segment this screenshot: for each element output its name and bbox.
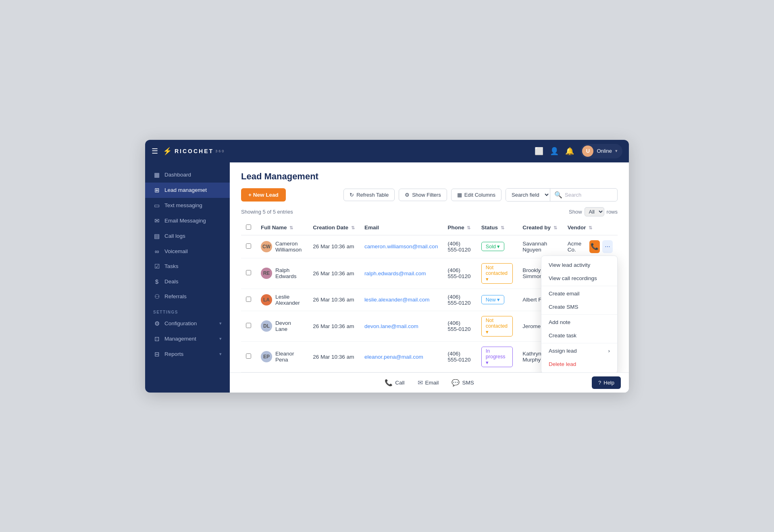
sidebar-item-voicemail[interactable]: ∞ Voicemail: [145, 244, 230, 259]
email[interactable]: devon.lane@mail.com: [360, 311, 443, 341]
email-icon: ✉: [418, 379, 423, 387]
search-field-select[interactable]: Search field: [506, 189, 550, 201]
app-body: ▦ Dashboard ⊞ Lead managemet ▭ Text mess…: [145, 162, 629, 393]
sidebar-item-referrals[interactable]: ⚇ Referrals: [145, 289, 230, 304]
row-checkbox[interactable]: [246, 270, 251, 275]
bell-icon[interactable]: 🔔: [565, 147, 574, 156]
sidebar-item-label: Lead managemet: [164, 187, 207, 193]
showing-right: Show All rows: [569, 207, 618, 216]
sidebar-item-email-messaging[interactable]: ✉ Email Messaging: [145, 213, 230, 229]
full-name-cell: LA Leslie Alexander: [261, 294, 303, 306]
table-area: Showing 5 of 5 entries Show All rows: [230, 207, 629, 372]
status-badge[interactable]: In progress ▾: [481, 347, 513, 367]
creation-date: 26 Mar 10:36 am: [308, 289, 360, 311]
edit-columns-button[interactable]: ▦ Edit Columns: [451, 189, 501, 201]
context-menu-item-assign-lead[interactable]: Assign lead›: [541, 344, 617, 357]
sort-icon[interactable]: ⇅: [589, 225, 592, 230]
context-menu-item-add-note[interactable]: Add note: [541, 316, 617, 329]
context-menu-item-create-email[interactable]: Create email: [541, 287, 617, 300]
sidebar-item-tasks[interactable]: ☑ Tasks: [145, 259, 230, 274]
search-input[interactable]: [565, 189, 613, 201]
users-icon[interactable]: 👤: [550, 147, 559, 156]
email[interactable]: ralph.edwards@mail.com: [360, 258, 443, 289]
chevron-right-icon: ›: [608, 348, 610, 354]
user-badge[interactable]: U Online ▾: [580, 144, 622, 158]
hamburger-icon[interactable]: ☰: [152, 147, 158, 156]
edit-columns-label: Edit Columns: [464, 192, 495, 198]
call-icon: 📞: [385, 379, 393, 387]
email[interactable]: leslie.alexander@mail.com: [360, 289, 443, 311]
context-menu-item-view-lead-activity[interactable]: View lead activity: [541, 258, 617, 272]
context-menu-item-view-call-recordings[interactable]: View call recordings: [541, 272, 617, 285]
email-label: Email: [425, 380, 439, 386]
sort-icon[interactable]: ⇅: [467, 225, 470, 230]
phone: (406) 555-0120: [443, 341, 476, 372]
row-checkbox[interactable]: [246, 243, 251, 249]
page-title: Lead Management: [241, 171, 618, 182]
sidebar-item-reports[interactable]: ⊟ Reports ▾: [145, 347, 230, 362]
sort-icon[interactable]: ⇅: [501, 225, 504, 230]
show-filters-button[interactable]: ⚙ Show Filters: [399, 189, 447, 201]
context-menu-item-create-task[interactable]: Create task: [541, 329, 617, 342]
sidebar-item-deals[interactable]: $ Deals: [145, 274, 230, 289]
full-name-cell: EP Eleanor Pena: [261, 351, 303, 363]
full-name[interactable]: Cameron Williamson: [275, 241, 303, 253]
new-lead-button[interactable]: + New Lead: [241, 188, 286, 202]
full-name[interactable]: Leslie Alexander: [275, 294, 303, 306]
chevron-right-icon: ▾: [219, 336, 222, 341]
phone: (406) 555-0120: [443, 235, 476, 258]
sort-icon[interactable]: ⇅: [553, 225, 557, 230]
status-badge[interactable]: New ▾: [481, 295, 504, 304]
table-row: CW Cameron Williamson 26 Mar 10:36 am ca…: [241, 235, 618, 258]
avatar: DL: [261, 320, 272, 332]
more-button[interactable]: ···: [602, 240, 613, 253]
sidebar-item-management[interactable]: ⊡ Management ▾: [145, 331, 230, 347]
sidebar-item-text-messaging[interactable]: ▭ Text messaging: [145, 198, 230, 213]
creation-date: 26 Mar 10:36 am: [308, 341, 360, 372]
settings-section-label: SETTINGS: [145, 304, 230, 316]
action-icons: Acme Co. 📞 ···: [568, 240, 613, 253]
show-label: Show: [569, 209, 582, 215]
row-checkbox[interactable]: [246, 297, 251, 302]
full-name[interactable]: Eleanor Pena: [275, 351, 303, 363]
toolbar: + New Lead ↻ Refresh Table ⚙ Show Filter…: [241, 188, 618, 202]
search-input-wrap: 🔍: [550, 189, 617, 201]
rows-per-page-select[interactable]: All: [585, 207, 604, 216]
context-menu-item-create-sms[interactable]: Create SMS: [541, 300, 617, 314]
row-checkbox[interactable]: [246, 353, 251, 359]
sidebar-item-label: Voicemail: [164, 248, 188, 254]
status-badge[interactable]: Sold ▾: [481, 242, 505, 251]
help-button[interactable]: ? Help: [592, 376, 621, 389]
call-button[interactable]: 📞: [589, 240, 600, 253]
select-all-checkbox[interactable]: [246, 224, 251, 230]
full-name[interactable]: Ralph Edwards: [275, 267, 303, 279]
status-badge[interactable]: Not contacted ▾: [481, 316, 513, 337]
call-footer-action[interactable]: 📞 Call: [385, 379, 404, 387]
calendar-icon[interactable]: ⬜: [535, 147, 543, 156]
help-icon: ?: [598, 380, 601, 386]
sort-icon[interactable]: ⇅: [289, 225, 293, 230]
management-icon: ⊡: [153, 335, 160, 343]
email[interactable]: eleanor.pena@mail.com: [360, 341, 443, 372]
creation-date: 26 Mar 10:36 am: [308, 311, 360, 341]
full-name-cell: CW Cameron Williamson: [261, 241, 303, 253]
sidebar-item-dashboard[interactable]: ▦ Dashboard: [145, 167, 230, 183]
row-checkbox[interactable]: [246, 323, 251, 328]
status-badge[interactable]: Not contacted ▾: [481, 263, 513, 284]
email-footer-action[interactable]: ✉ Email: [418, 379, 439, 387]
refresh-table-button[interactable]: ↻ Refresh Table: [343, 189, 395, 201]
filter-icon: ⚙: [405, 192, 410, 198]
search-icon: 🔍: [554, 191, 562, 199]
email[interactable]: cameron.williamson@mail.con: [360, 235, 443, 258]
sidebar-item-lead-management[interactable]: ⊞ Lead managemet: [145, 183, 230, 198]
logo-bolt-icon: ⚡: [163, 147, 173, 156]
sidebar-item-call-logs[interactable]: ▤ Call logs: [145, 229, 230, 244]
avatar: U: [582, 145, 593, 157]
sidebar-item-configuration[interactable]: ⚙ Configuration ▾: [145, 316, 230, 331]
sms-icon: 💬: [452, 379, 460, 387]
sms-footer-action[interactable]: 💬 SMS: [452, 379, 474, 387]
sort-icon[interactable]: ⇅: [351, 225, 355, 230]
full-name[interactable]: Devon Lane: [275, 320, 303, 332]
context-menu-item-delete-lead[interactable]: Delete lead: [541, 357, 617, 371]
menu-divider: [541, 343, 617, 343]
